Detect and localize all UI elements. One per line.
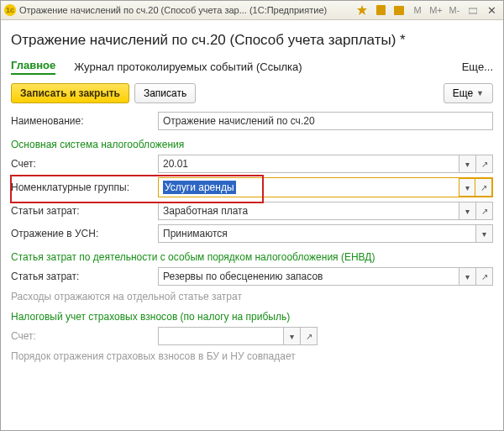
hint-tax-ins: Порядок отражения страховых взносов в БУ… <box>11 350 493 362</box>
section-envd: Статья затрат по деятельности с особым п… <box>11 251 493 263</box>
app-icon: 1c <box>4 4 16 16</box>
tab-main[interactable]: Главное <box>11 59 55 75</box>
svg-rect-8 <box>382 13 384 14</box>
cost-item-envd-open-button[interactable]: ↗ <box>476 267 493 286</box>
calculator-icon[interactable] <box>372 3 389 18</box>
chevron-down-icon: ▼ <box>476 89 484 97</box>
svg-rect-2 <box>377 7 384 9</box>
svg-rect-4 <box>380 10 381 12</box>
field-account: ▾ ↗ <box>158 155 493 173</box>
svg-rect-6 <box>377 13 379 14</box>
cost-item-envd-dropdown-button[interactable]: ▾ <box>459 267 476 286</box>
svg-marker-0 <box>357 5 367 15</box>
m-plus-icon[interactable]: M+ <box>428 3 444 18</box>
label-account2: Счет: <box>11 330 158 342</box>
row-nomen: Номенклатурные группы: Услуги аренды ▾ ↗ <box>11 177 493 197</box>
titlebar: 1c Отражение начислений по сч.20 (Способ… <box>1 1 503 20</box>
calendar-icon[interactable]: 31 <box>391 3 407 18</box>
account2-input[interactable] <box>158 327 284 345</box>
cost-items-input[interactable] <box>158 202 459 220</box>
content: Отражение начислений по сч.20 (Способ уч… <box>1 20 503 430</box>
row-name: Наименование: <box>11 112 493 130</box>
section-main-tax: Основная система налогообложения <box>11 139 493 150</box>
label-nomen: Номенклатурные группы: <box>11 181 158 193</box>
account2-open-button[interactable]: ↗ <box>301 327 318 345</box>
row-cost-item-envd: Статья затрат: ▾ ↗ <box>11 267 493 286</box>
nomen-input[interactable]: Услуги аренды <box>159 178 459 197</box>
svg-rect-5 <box>382 10 384 12</box>
field-cost-item-envd: ▾ ↗ <box>158 267 493 286</box>
label-cost-item-envd: Статья затрат: <box>11 271 158 282</box>
nomen-dropdown-button[interactable]: ▾ <box>459 178 475 197</box>
account-open-button[interactable]: ↗ <box>476 155 493 173</box>
app-window: 1c Отражение начислений по сч.20 (Способ… <box>0 0 504 431</box>
svg-rect-12 <box>469 8 477 13</box>
account-input[interactable] <box>158 155 459 173</box>
nomen-open-button[interactable]: ↗ <box>475 178 492 197</box>
cost-items-dropdown-button[interactable]: ▾ <box>459 202 476 220</box>
more-button-label: Еще <box>453 87 473 99</box>
tabs: Главное Журнал протоколируемых событий (… <box>11 59 493 75</box>
field-account2: ▾ ↗ <box>158 327 318 345</box>
section-tax-ins: Налоговый учет страховых взносов (по нал… <box>11 311 493 323</box>
account2-dropdown-button[interactable]: ▾ <box>284 327 301 345</box>
label-cost-items: Статьи затрат: <box>11 205 158 217</box>
name-input[interactable] <box>158 112 493 130</box>
field-name <box>158 112 493 130</box>
favorite-icon[interactable] <box>354 3 370 18</box>
titlebar-tools: 31 M M+ M- ✕ <box>354 3 500 18</box>
row-account: Счет: ▾ ↗ <box>11 155 493 173</box>
usn-input[interactable] <box>158 224 476 243</box>
field-usn: ▾ <box>158 224 493 243</box>
tab-log[interactable]: Журнал протоколируемых событий (Ссылка) <box>74 60 302 73</box>
label-account: Счет: <box>11 158 158 170</box>
svg-rect-3 <box>377 10 379 12</box>
toolbar: Записать и закрыть Записать Еще▼ <box>11 83 493 103</box>
save-button[interactable]: Записать <box>134 83 196 103</box>
account-dropdown-button[interactable]: ▾ <box>459 155 476 173</box>
cost-item-envd-input[interactable] <box>158 267 459 286</box>
m-minus-icon[interactable]: M- <box>446 3 463 18</box>
usn-dropdown-button[interactable]: ▾ <box>476 224 493 243</box>
minimize-icon[interactable] <box>465 3 481 18</box>
close-icon[interactable]: ✕ <box>483 3 500 18</box>
svg-rect-7 <box>380 13 381 14</box>
hint-envd: Расходы отражаются на отдельной статье з… <box>11 291 493 302</box>
field-cost-items: ▾ ↗ <box>158 202 493 220</box>
nomen-input-selection: Услуги аренды <box>163 181 236 194</box>
field-nomen: Услуги аренды ▾ ↗ <box>158 177 493 197</box>
row-cost-items: Статьи затрат: ▾ ↗ <box>11 202 493 220</box>
m-icon[interactable]: M <box>409 3 426 18</box>
cost-items-open-button[interactable]: ↗ <box>476 202 493 220</box>
row-usn: Отражение в УСН: ▾ <box>11 224 493 243</box>
label-usn: Отражение в УСН: <box>11 228 158 239</box>
label-name: Наименование: <box>11 115 158 127</box>
row-account2: Счет: ▾ ↗ <box>11 327 493 345</box>
window-title: Отражение начислений по сч.20 (Способ уч… <box>19 5 354 15</box>
svg-text:31: 31 <box>396 8 402 14</box>
tab-more[interactable]: Еще... <box>462 60 493 73</box>
more-button[interactable]: Еще▼ <box>444 83 493 103</box>
save-close-button[interactable]: Записать и закрыть <box>11 83 129 103</box>
page-title: Отражение начислений по сч.20 (Способ уч… <box>11 32 493 49</box>
